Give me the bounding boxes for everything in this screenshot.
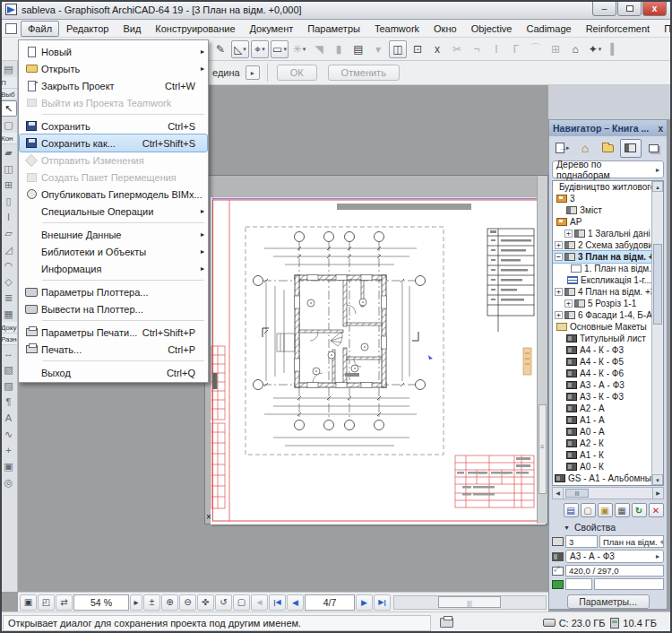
update-icon[interactable]: ↻ xyxy=(632,503,647,517)
gravity-icon[interactable]: ◥ xyxy=(310,40,328,58)
orbit-icon[interactable]: ↺ xyxy=(215,594,232,611)
tree-item-ap[interactable]: AP xyxy=(553,216,651,228)
marquee-tool[interactable]: ▢ xyxy=(0,117,17,133)
tree-horizontal-scrollbar[interactable]: ◀ ||| ▶ xyxy=(552,487,664,499)
tree-item-а2-к[interactable]: А2 - К xyxy=(553,438,651,449)
file-menu-item-параметры-печати[interactable]: Параметры Печати...Ctrl+Shift+P xyxy=(20,324,207,341)
quick-options-icon[interactable]: ▣ xyxy=(20,594,37,611)
horizontal-scrollbar[interactable]: ||| xyxy=(393,595,547,610)
file-menu-item-сохранить[interactable]: СохранитьCtrl+S xyxy=(20,117,207,134)
menu-reinforcement[interactable]: Reinforcement xyxy=(579,21,658,37)
pan-icon[interactable]: ✜ xyxy=(197,594,214,611)
menu-окно[interactable]: Окно xyxy=(426,21,464,37)
tree-item-а4-к-ф5[interactable]: А4 - К - Ф5 xyxy=(553,356,651,368)
file-menu-item-внешние-данные[interactable]: Внешние Данные▸ xyxy=(20,226,207,243)
new-master-layout-icon[interactable]: ▦ xyxy=(615,503,630,517)
dimension-tool[interactable]: ↔ xyxy=(0,345,17,361)
suspend-groups-icon[interactable]: ◫ xyxy=(389,40,407,58)
zoom-field[interactable]: 54 % xyxy=(73,594,129,611)
file-menu-item-новый[interactable]: Новый▸ xyxy=(20,43,207,60)
last-page-button[interactable]: ▶| xyxy=(374,594,391,611)
favorites-icon[interactable]: ✦▾ xyxy=(586,40,604,58)
tree-item-4-план-на-відм-3-0[interactable]: +4 План на відм. +3,0 xyxy=(553,286,651,298)
new-layout-book-icon[interactable]: ▤ xyxy=(564,503,579,517)
tree-item-а1-а[interactable]: А1 - А xyxy=(553,414,651,426)
tree-item-6-фасади-1-4-б-а[interactable]: +6 Фасади 1-4, Б-А, xyxy=(553,309,651,321)
page-field[interactable]: 4/7 xyxy=(305,594,355,611)
tree-item-а4-к-ф3[interactable]: А4 - К - Ф3 xyxy=(553,344,651,356)
restore-button[interactable] xyxy=(617,1,642,16)
hotspot-tool[interactable]: + xyxy=(0,442,17,458)
expand-icon[interactable]: + xyxy=(555,288,563,296)
scroll-right-icon[interactable]: ▶ xyxy=(652,488,663,499)
arrow-tool[interactable]: ↖ xyxy=(0,100,17,117)
snap-points-icon[interactable]: ✳▾ xyxy=(290,40,308,58)
delete-icon[interactable]: ✕ xyxy=(649,503,664,517)
document-window-icon[interactable] xyxy=(5,23,17,34)
tree-item-а1-к[interactable]: А1 - К xyxy=(553,449,651,461)
master-layout-dropdown[interactable]: А3 - А - Ф3 ▸ xyxy=(565,550,664,563)
coord-dropdown-button[interactable]: ▸ xyxy=(246,65,260,80)
expand-icon[interactable]: + xyxy=(555,241,563,249)
tree-item-а0-к[interactable]: А0 - К xyxy=(553,461,651,473)
figure-tool[interactable]: ▣ xyxy=(0,458,17,474)
new-layout-icon[interactable]: ▢ xyxy=(581,503,596,517)
shell-tool[interactable]: ◠ xyxy=(0,257,17,273)
beam-tool[interactable]: I xyxy=(0,209,17,225)
menu-редактор[interactable]: Редактор xyxy=(59,21,116,37)
rebuild-icon[interactable]: ⇄ xyxy=(56,594,73,611)
mesh-tool[interactable]: ▦ xyxy=(0,306,17,322)
tree-item-експликація-1-г[interactable]: Експликація 1-г... xyxy=(553,274,651,286)
tree-item-основные-макеты[interactable]: Основные Макеты xyxy=(553,321,651,333)
morph-tool[interactable]: ◇ xyxy=(0,273,17,290)
expand-icon[interactable]: + xyxy=(555,311,563,319)
tree-scrollbar[interactable]: ▲ ▼ xyxy=(651,181,663,485)
view-map-icon[interactable] xyxy=(598,139,618,158)
tree-item-5-розріз-1-1[interactable]: +5 Розріз 1-1 xyxy=(553,298,651,309)
tree-mode-dropdown[interactable]: Дерево по поднаборам ▸ xyxy=(552,160,664,178)
scroll-left-icon[interactable]: ◀ xyxy=(553,488,564,499)
camera-tool[interactable]: ◎ xyxy=(0,474,17,490)
column-tool[interactable]: ▯ xyxy=(0,193,17,209)
file-menu-item-параметры-плоттера[interactable]: Параметры Плоттера... xyxy=(20,283,207,300)
stretch-icon[interactable]: ⊞ xyxy=(547,40,564,58)
publisher-icon[interactable] xyxy=(643,139,664,158)
menu-файл[interactable]: Файл xyxy=(21,21,59,37)
tree-hscroll-handle[interactable]: ||| xyxy=(565,489,589,498)
tree-item-зміст[interactable]: Зміст xyxy=(553,204,651,216)
close-button[interactable]: x xyxy=(642,1,667,16)
pen-icon[interactable]: ✎ xyxy=(211,40,229,58)
file-menu-item-открыть[interactable]: Открыть▸ xyxy=(20,60,207,77)
layout-name-field[interactable]: План на відм. +0,000 xyxy=(599,535,664,548)
label-tool[interactable]: ¶ xyxy=(0,394,17,410)
panel-icon[interactable]: ▤ xyxy=(0,61,17,77)
tree-item-3[interactable]: 3 xyxy=(553,193,651,204)
slab-tool[interactable]: ▱ xyxy=(0,225,17,241)
zoom-stepper-icon[interactable]: ± xyxy=(143,594,160,611)
expand-icon[interactable]: + xyxy=(564,299,573,308)
fillet-icon[interactable]: ⌒ xyxy=(527,40,545,58)
x-cursor-icon[interactable]: x xyxy=(428,40,446,58)
zoom-window-icon[interactable]: ◰ xyxy=(38,594,55,611)
minimize-button[interactable]: ‒ xyxy=(592,1,616,16)
menu-cadimage[interactable]: Cadimage xyxy=(519,21,578,37)
parameters-button[interactable]: Параметры... xyxy=(567,594,650,609)
layout-window[interactable]: × xyxy=(204,175,548,525)
tree-scrollbar-handle[interactable] xyxy=(653,244,662,325)
zoom-out-icon[interactable]: ⊖ xyxy=(179,594,196,611)
stair-tool[interactable]: ≣ xyxy=(0,290,17,306)
first-page-button[interactable]: |◀ xyxy=(269,594,286,611)
tree-item-а2-а[interactable]: А2 - А xyxy=(553,403,651,414)
home-story-icon[interactable]: ⌂ xyxy=(566,40,584,58)
navigator-menu-icon[interactable]: →▸ xyxy=(552,139,573,158)
trim-icon[interactable]: I xyxy=(487,40,505,58)
file-menu-item-информация[interactable]: Информация▸ xyxy=(20,260,207,277)
snap-guides-icon[interactable]: ⌖▾ xyxy=(251,40,269,58)
prev-page-button[interactable]: ◀ xyxy=(287,594,304,611)
file-menu-item-специальные-операции[interactable]: Специальные Операции▸ xyxy=(20,203,207,220)
layers-icon[interactable]: ▤ xyxy=(349,40,367,58)
file-menu-item-опубликовать-гипермодель-bimx[interactable]: Опубликовать Гипермодель BIMx... xyxy=(20,186,207,203)
element-dropdown-icon[interactable]: ▾ xyxy=(369,40,387,58)
file-menu-item-печать[interactable]: Печать...Ctrl+P xyxy=(20,341,207,358)
menu-конструирование[interactable]: Конструирование xyxy=(148,21,242,37)
